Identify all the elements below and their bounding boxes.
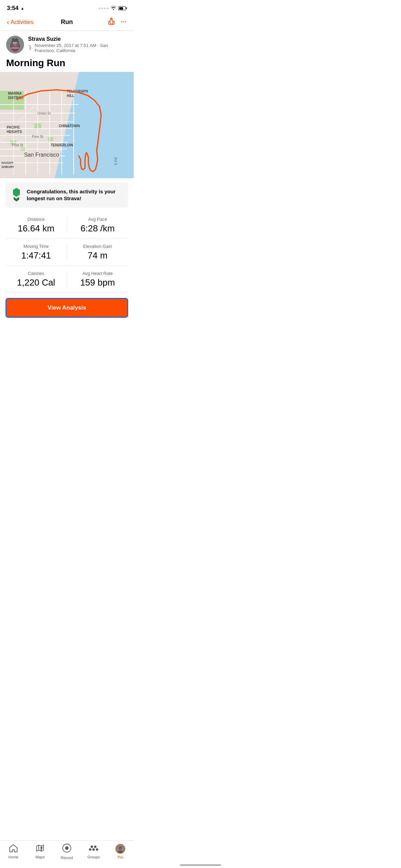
view-analysis-button[interactable]: View Analysis	[5, 298, 128, 318]
activity-meta-text: November 25, 2017 at 7:51 AM · San Franc…	[35, 43, 127, 53]
svg-point-8	[14, 43, 14, 43]
svg-marker-36	[14, 197, 16, 202]
stat-heart-rate-label: Avg Heart Rate	[67, 271, 129, 276]
activity-header: Strava Suzie November 25, 2017 at 7:51 A…	[0, 31, 134, 72]
svg-marker-35	[13, 188, 20, 197]
stat-moving-time-value: 1:47:41	[5, 250, 67, 261]
stat-distance: Distance 16.64 km	[5, 217, 67, 234]
share-icon[interactable]	[108, 17, 115, 27]
stat-avg-pace: Avg Pace 6:28 /km	[67, 217, 129, 234]
stats-row-2: Moving Time 1:47:41 Elevation Gain 74 m	[5, 239, 128, 266]
stat-calories-value: 1,220 Cal	[5, 277, 67, 288]
stat-heart-rate: Avg Heart Rate 159 bpm	[67, 271, 129, 288]
battery-icon	[118, 6, 127, 10]
status-icons	[99, 5, 127, 11]
nav-actions: ···	[108, 17, 127, 27]
stat-calories: Calories 1,220 Cal	[5, 271, 67, 288]
stats-row-3: Calories 1,220 Cal Avg Heart Rate 159 bp…	[5, 266, 128, 293]
achievement-icon	[10, 187, 23, 203]
svg-point-9	[16, 43, 16, 43]
svg-marker-37	[16, 197, 19, 202]
stat-distance-label: Distance	[5, 217, 67, 222]
stat-avg-pace-value: 6:28 /km	[67, 223, 129, 234]
location-arrow-icon: ▲	[21, 6, 24, 10]
map-view[interactable]: MARINADISTRICT TELEGRAPHHILL Union St PA…	[0, 72, 134, 178]
svg-point-10	[14, 44, 16, 46]
svg-rect-11	[11, 47, 19, 49]
svg-rect-0	[110, 20, 113, 24]
main-content: Strava Suzie November 25, 2017 at 7:51 A…	[0, 31, 134, 349]
page-title: Run	[61, 19, 73, 26]
stats-container: Distance 16.64 km Avg Pace 6:28 /km Movi…	[0, 212, 134, 293]
avatar-image	[6, 36, 24, 53]
user-name: Strava Suzie	[28, 36, 127, 42]
stats-row-1: Distance 16.64 km Avg Pace 6:28 /km	[5, 212, 128, 239]
stat-elevation-value: 74 m	[67, 250, 129, 261]
nav-bar: ‹ Activities Run ···	[0, 14, 134, 31]
route-path	[0, 72, 134, 178]
avatar[interactable]	[6, 36, 24, 53]
back-label: Activities	[11, 19, 34, 26]
run-icon	[28, 45, 33, 51]
user-info: Strava Suzie November 25, 2017 at 7:51 A…	[28, 36, 127, 53]
status-bar: 3:54 ▲	[0, 0, 134, 14]
achievement-text: Congratulations, this activity is your l…	[27, 188, 123, 202]
activity-meta: November 25, 2017 at 7:51 AM · San Franc…	[28, 43, 127, 53]
chevron-left-icon: ‹	[7, 18, 9, 26]
status-time: 3:54 ▲	[7, 5, 24, 12]
stat-elevation-label: Elevation Gain	[67, 244, 129, 249]
stat-calories-label: Calories	[5, 271, 67, 276]
stat-elevation: Elevation Gain 74 m	[67, 244, 129, 261]
wifi-icon	[111, 5, 116, 11]
signal-dots-icon	[99, 8, 109, 9]
stat-moving-time: Moving Time 1:47:41	[5, 244, 67, 261]
back-button[interactable]: ‹ Activities	[7, 19, 34, 26]
stat-heart-rate-value: 159 bpm	[67, 277, 129, 288]
activity-title: Morning Run	[6, 58, 127, 69]
achievement-banner: Congratulations, this activity is your l…	[5, 182, 128, 208]
user-row: Strava Suzie November 25, 2017 at 7:51 A…	[6, 36, 127, 53]
more-icon[interactable]: ···	[121, 19, 127, 26]
stat-moving-time-label: Moving Time	[5, 244, 67, 249]
stat-avg-pace-label: Avg Pace	[67, 217, 129, 222]
stat-distance-value: 16.64 km	[5, 223, 67, 234]
